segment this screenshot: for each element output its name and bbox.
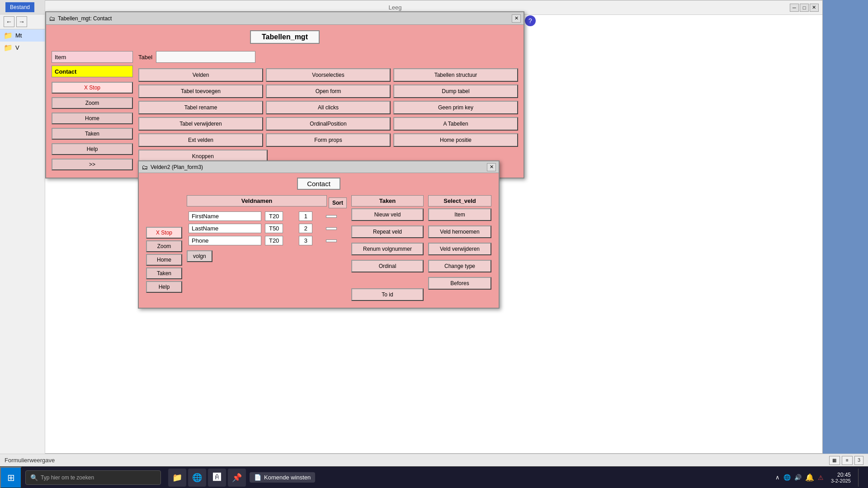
ext-velden-btn[interactable]: Ext velden bbox=[138, 133, 263, 147]
taskbar-folder-icon[interactable]: 📁 bbox=[168, 469, 186, 487]
a-tabellen-btn[interactable]: A Tabellen bbox=[393, 117, 518, 131]
dialog-help-btn[interactable]: Help bbox=[146, 281, 182, 293]
voorselecties-btn[interactable]: Voorselecties bbox=[266, 68, 391, 82]
field-extra-firstname bbox=[326, 215, 337, 218]
tabel-input[interactable] bbox=[156, 51, 255, 63]
volgn-button[interactable]: volgn bbox=[187, 250, 212, 262]
form-props-btn[interactable]: Form props bbox=[266, 133, 391, 147]
veld-hernoemen-btn[interactable]: Veld hernoemen bbox=[428, 225, 491, 238]
velden-btn[interactable]: Velden bbox=[138, 68, 263, 82]
taskbar-edge-icon[interactable]: 🌐 bbox=[188, 469, 206, 487]
nav-back-button[interactable]: ← bbox=[4, 16, 14, 27]
tray-sound[interactable]: 🔊 bbox=[794, 474, 802, 481]
taskbar-icons: 📁 🌐 🅰 📌 bbox=[168, 469, 246, 487]
nieuw-veld-btn[interactable]: Nieuw veld bbox=[351, 208, 424, 221]
to-id-btn[interactable]: To id bbox=[351, 288, 424, 301]
main-close-btn[interactable]: ✕ bbox=[512, 14, 521, 23]
veld-verwijderen-btn[interactable]: Veld verwijderen bbox=[428, 243, 491, 255]
table-row: Phone T20 3 bbox=[187, 235, 347, 247]
help-circle-button[interactable]: ? bbox=[525, 15, 536, 26]
running-app-item[interactable]: 📄 Komende winsten bbox=[250, 472, 315, 483]
stop-button[interactable]: X Stop bbox=[52, 82, 133, 94]
sort-header: Sort bbox=[329, 197, 347, 208]
main-content: Tabellen_mgt X Stop Zoom Home Taken Help… bbox=[46, 25, 524, 178]
ordinal-btn[interactable]: Ordinal bbox=[351, 260, 424, 272]
bestand-button[interactable]: Bestand bbox=[5, 2, 34, 12]
dialog-window: 🗂 Velden2 (Plan_form3) ✕ Contact X Stop … bbox=[138, 160, 500, 309]
dialog-taken-btn[interactable]: Taken bbox=[146, 267, 182, 279]
item-value-input[interactable] bbox=[52, 66, 133, 77]
table-row: FirstName T20 1 bbox=[187, 210, 347, 222]
start-button[interactable]: ⊞ bbox=[0, 467, 22, 488]
main-title: Tabellen_mgt: Contact bbox=[58, 15, 509, 22]
field-firstname: FirstName bbox=[189, 211, 261, 221]
maximize-btn[interactable]: □ bbox=[800, 4, 809, 12]
zoom-button[interactable]: Zoom bbox=[52, 97, 133, 109]
tabel-toevoegen-btn[interactable]: Tabel toevoegen bbox=[138, 84, 263, 98]
home-positie-btn[interactable]: Home positie bbox=[393, 133, 518, 147]
select-veld-header: Select_veld bbox=[428, 195, 491, 206]
field-lastname: LastName bbox=[189, 224, 261, 233]
tabel-rename-btn[interactable]: Tabel rename bbox=[138, 101, 263, 114]
home-button[interactable]: Home bbox=[52, 113, 133, 124]
field-extra-phone bbox=[326, 239, 337, 242]
field-type-phone: T20 bbox=[265, 236, 283, 245]
main-header: Tabellen_mgt bbox=[52, 30, 518, 44]
dialog-close-btn[interactable]: ✕ bbox=[487, 163, 496, 171]
help-button[interactable]: Help bbox=[52, 143, 133, 155]
taskbar-clock[interactable]: 20:45 3-2-2025 bbox=[831, 472, 851, 483]
tabel-verwijderen-btn[interactable]: Tabel verwijderen bbox=[138, 117, 263, 131]
taskbar-search[interactable]: 🔍 Typ hier om te zoeken bbox=[25, 470, 161, 485]
field-type-lastname: T50 bbox=[265, 224, 283, 233]
title-icon: 🗂 bbox=[49, 15, 55, 22]
change-type-btn[interactable]: Change type bbox=[428, 260, 491, 272]
renum-volgnummer-btn[interactable]: Renum volgnummer bbox=[351, 243, 424, 255]
folder-icon: 📁 bbox=[4, 31, 13, 40]
dialog-title-icon: 🗂 bbox=[142, 164, 148, 171]
taken-header: Taken bbox=[351, 195, 424, 206]
title-controls: ✕ bbox=[512, 14, 521, 23]
all-clicks-btn[interactable]: All clicks bbox=[266, 101, 391, 114]
field-sort-firstname: 1 bbox=[299, 211, 312, 221]
taskbar-app3-icon[interactable]: 🅰 bbox=[208, 469, 226, 487]
minimize-btn[interactable]: ─ bbox=[790, 4, 799, 12]
main-header-box: Tabellen_mgt bbox=[250, 30, 320, 44]
item-select-btn[interactable]: Item bbox=[428, 208, 491, 221]
field-sort-phone: 3 bbox=[299, 236, 312, 245]
tray-network[interactable]: 🌐 bbox=[783, 474, 791, 481]
sidebar-item-mt[interactable]: 📁 Mt bbox=[0, 29, 45, 42]
show-desktop-btn[interactable] bbox=[858, 469, 861, 487]
volgn-section: volgn bbox=[187, 250, 347, 262]
nav-forward-button[interactable]: → bbox=[16, 16, 27, 27]
arrow-button[interactable]: >> bbox=[52, 159, 133, 170]
close-btn[interactable]: ✕ bbox=[810, 4, 819, 12]
taskbar: ⊞ 🔍 Typ hier om te zoeken 📁 🌐 🅰 📌 📄 Kome… bbox=[0, 466, 868, 488]
geen-prim-key-btn[interactable]: Geen prim key bbox=[393, 101, 518, 114]
taskbar-date: 3-2-2025 bbox=[831, 478, 851, 483]
taskbar-tray: ∧ 🌐 🔊 🔔 ⚠ bbox=[775, 473, 824, 482]
repeat-veld-btn[interactable]: Repeat veld bbox=[351, 225, 424, 238]
open-form-btn[interactable]: Open form bbox=[266, 84, 391, 98]
taken-button[interactable]: Taken bbox=[52, 128, 133, 140]
taskbar-app4-icon[interactable]: 📌 bbox=[228, 469, 246, 487]
dialog-stop-btn[interactable]: X Stop bbox=[146, 227, 182, 239]
search-placeholder: Typ hier om te zoeken bbox=[41, 474, 94, 481]
folder-icon-2: 📁 bbox=[4, 43, 13, 52]
dialog-home-btn[interactable]: Home bbox=[146, 254, 182, 266]
tray-arrow[interactable]: ∧ bbox=[775, 474, 780, 481]
sidebar-item-v[interactable]: 📁 V bbox=[0, 42, 45, 54]
running-app-icon: 📄 bbox=[254, 474, 261, 481]
ordinal-position-btn[interactable]: OrdinalPosition bbox=[266, 117, 391, 131]
left-panel: X Stop Zoom Home Taken Help >> bbox=[52, 51, 133, 172]
left-buttons: X Stop Zoom Home Taken Help >> bbox=[52, 82, 133, 172]
select-veld-panel: Select_veld Item Veld hernoemen Veld ver… bbox=[428, 195, 491, 303]
status-btn-2[interactable]: ≡ bbox=[842, 456, 853, 465]
tabellen-structuur-btn[interactable]: Tabellen structuur bbox=[393, 68, 518, 82]
taskbar-running-apps: 📄 Komende winsten bbox=[250, 472, 315, 483]
status-text: Formulierweergave bbox=[5, 457, 55, 464]
status-btn-1[interactable]: ▦ bbox=[829, 456, 840, 465]
dialog-zoom-btn[interactable]: Zoom bbox=[146, 240, 182, 252]
dump-tabel-btn[interactable]: Dump tabel bbox=[393, 84, 518, 98]
tray-notification-icon[interactable]: 🔔 bbox=[805, 473, 814, 482]
befores-btn[interactable]: Befores bbox=[428, 277, 491, 290]
